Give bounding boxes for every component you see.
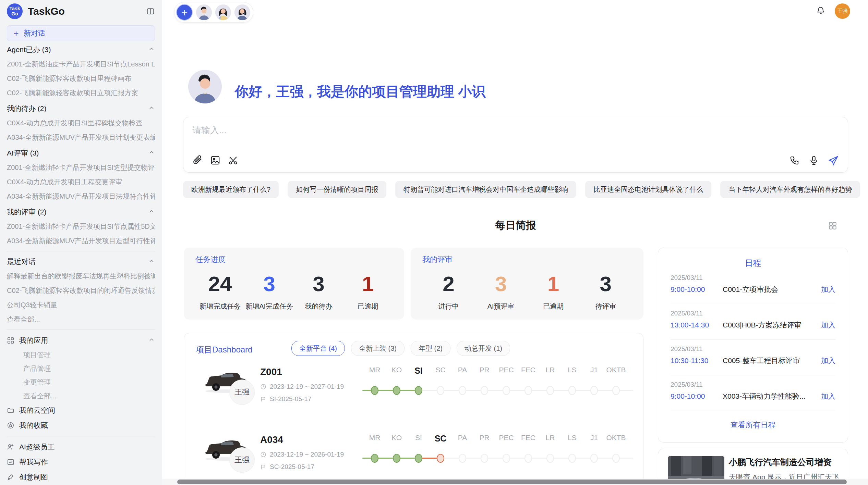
project-code: A034	[260, 434, 283, 445]
divider	[7, 329, 155, 330]
tab-year-model[interactable]: 年型 (2)	[411, 341, 450, 356]
logo-text-bottom: Go	[11, 11, 18, 16]
sidebar-item-project-mgmt[interactable]: 项目管理	[7, 348, 155, 362]
sidebar-item-help-me-write[interactable]: 帮我写作	[7, 455, 155, 470]
list-item[interactable]: A034-全新新能源MUV产品开发项目法规符合性评审	[7, 189, 155, 203]
schedule-item: 2025/03/11 13:00-14:30 C003|H0B-方案冻结评审 加…	[671, 304, 835, 340]
list-item[interactable]: C02-飞腾新能源轻客改款项目里程碑画布	[7, 71, 155, 86]
image-icon[interactable]	[210, 155, 220, 165]
section-ai-review[interactable]: AI评审 (3)	[7, 146, 155, 160]
view-all-apps[interactable]: 查看全部...	[7, 389, 155, 403]
assistant-avatar	[188, 70, 222, 103]
join-link[interactable]: 加入	[821, 320, 835, 330]
chat-input[interactable]	[192, 125, 742, 136]
list-item[interactable]: Z001-全新燃油轻卡产品开发项目SI造型提交物评审	[7, 160, 155, 175]
list-item[interactable]: A034-全新新能源MUV产品开发项目造型可行性评审	[7, 234, 155, 248]
taskgo-app: Task Go TaskGo ＋ 新对话 Agent已办 (3) Z001-全新…	[0, 0, 868, 485]
section-my-todo[interactable]: 我的待办 (2)	[7, 101, 155, 116]
layout-grid-icon[interactable]	[828, 221, 837, 232]
list-item[interactable]: 公司Q3轻卡销量	[7, 298, 155, 312]
sidebar-item-my-apps[interactable]: 我的应用	[7, 333, 155, 348]
view-all-chats[interactable]: 查看全部...	[7, 312, 155, 326]
sidebar-item-product-mgmt[interactable]: 产品管理	[7, 362, 155, 375]
section-recent-chats[interactable]: 最近对话	[7, 254, 155, 269]
avatar[interactable]	[196, 4, 212, 20]
owner-badge: 王强	[229, 380, 255, 405]
greeting-text: 你好，王强，我是你的项目管理助理 小识	[235, 82, 485, 101]
notifications-bell-icon[interactable]	[816, 6, 825, 16]
list-item[interactable]: Z001-全新燃油轻卡产品开发项目SI节点属性5D文件评审	[7, 219, 155, 234]
list-item[interactable]: C0X4-动力总成开发项目工程变更评审	[7, 175, 155, 189]
dashboard-tabs: 全新平台 (4) 全新上装 (3) 年型 (2) 动总开发 (1)	[291, 341, 510, 356]
stat: 3AI预评审	[475, 271, 527, 311]
user-avatar[interactable]: 王强	[835, 3, 850, 19]
clock-icon	[260, 384, 266, 390]
chevron-up-icon[interactable]	[148, 336, 155, 345]
phone-icon[interactable]	[789, 155, 800, 165]
sidebar-item-change-mgmt[interactable]: 变更管理	[7, 375, 155, 389]
project-code: Z001	[260, 366, 282, 377]
suggestion-chip[interactable]: 特朗普可能对进口汽车增税会对中国车企造成哪些影响	[395, 181, 576, 198]
sidebar-item-ai-super-staff[interactable]: AI超级员工	[7, 439, 155, 455]
card-title: 任务进度	[195, 254, 393, 265]
list-item[interactable]: C02-飞腾新能源轻客改款项目的闭环通告反馈情况	[7, 283, 155, 298]
scissors-icon[interactable]	[228, 155, 238, 165]
avatar[interactable]	[215, 4, 231, 20]
chevron-up-icon[interactable]	[148, 208, 155, 216]
sidebar-item-cloud-space[interactable]: 我的云空间	[7, 403, 155, 418]
project-row[interactable]: 王强 A034 2023-12-19 ~ 2026-01-19 SC-2025-…	[184, 434, 643, 485]
list-item[interactable]: 解释最新出台的欧盟报废车法规再生塑料比例被调至15%...	[7, 269, 155, 283]
join-link[interactable]: 加入	[821, 391, 835, 401]
chevron-up-icon[interactable]	[148, 46, 155, 54]
new-chat-button[interactable]: ＋ 新对话	[7, 25, 155, 41]
list-item[interactable]: A034-全新新能源MUV产品开发项目计划变更表编写	[7, 130, 155, 145]
sidebar-item-creative-drawing[interactable]: 创意制图	[7, 470, 155, 485]
schedule-event: C003|H0B-方案冻结评审	[723, 320, 821, 330]
sidebar-collapse-icon[interactable]	[146, 7, 155, 16]
sidebar-item-favorites[interactable]: 我的收藏	[7, 418, 155, 433]
suggestion-chip[interactable]: 如何写一份清晰的项目周报	[288, 181, 386, 198]
milestone-overdue	[437, 454, 444, 463]
owner-badge: 王强	[229, 447, 255, 473]
project-flag: SC-2025-05-17	[260, 463, 314, 471]
people-icon	[7, 443, 14, 451]
list-item[interactable]: C0X4-动力总成开发项目SI里程碑提交物检查	[7, 116, 155, 130]
milestone-current	[415, 386, 422, 395]
collaborator-pill: ＋	[174, 2, 253, 23]
tab-new-body[interactable]: 全新上装 (3)	[351, 341, 405, 356]
schedule-date: 2025/03/11	[671, 345, 835, 353]
schedule-time: 9:00-10:00	[671, 392, 723, 400]
mic-icon[interactable]	[809, 155, 819, 165]
project-row[interactable]: 王强 Z001 2023-12-19 ~ 2027-01-19 SI-2025-…	[184, 366, 643, 426]
section-my-review[interactable]: 我的评审 (2)	[7, 205, 155, 219]
tab-powertrain[interactable]: 动总开发 (1)	[457, 341, 510, 356]
suggestion-chip[interactable]: 当下年轻人对汽车外观有怎样的喜好趋势	[720, 181, 860, 198]
chevron-up-icon[interactable]	[148, 258, 155, 266]
horizontal-scrollbar-thumb[interactable]	[177, 480, 847, 484]
chevron-up-icon[interactable]	[148, 149, 155, 158]
join-link[interactable]: 加入	[821, 356, 835, 365]
news-title: 小鹏飞行汽车制造公司增资	[729, 457, 832, 468]
chevron-up-icon[interactable]	[148, 104, 155, 113]
list-item[interactable]: C02-飞腾新能源轻客改款项目立项汇报方案	[7, 86, 155, 100]
section-agent-done[interactable]: Agent已办 (3)	[7, 42, 155, 57]
view-all-schedule-link[interactable]: 查看所有日程	[671, 420, 835, 430]
milestone-done	[371, 454, 378, 463]
new-chat-label: 新对话	[24, 28, 45, 38]
paperclip-icon[interactable]	[192, 155, 203, 165]
add-collaborator-button[interactable]: ＋	[176, 4, 193, 21]
tab-all-platform[interactable]: 全新平台 (4)	[291, 341, 345, 356]
suggestion-chip[interactable]: 比亚迪全固态电池计划具体说了什么	[585, 181, 711, 198]
suggestion-chip[interactable]: 欧洲新规最近颁布了什么?	[183, 181, 279, 198]
clock-icon	[260, 451, 266, 458]
send-icon[interactable]	[828, 155, 838, 165]
divider	[7, 251, 155, 251]
milestone-done	[415, 454, 422, 463]
milestone-done	[393, 386, 400, 395]
stat: 2进行中	[422, 271, 475, 311]
list-item[interactable]: Z001-全新燃油皮卡产品开发项目SI节点Lesson Learn报告	[7, 57, 155, 71]
chat-input-card	[183, 117, 848, 173]
avatar[interactable]	[234, 4, 250, 20]
join-link[interactable]: 加入	[821, 285, 835, 294]
stat: 24新增完成任务	[195, 271, 245, 311]
